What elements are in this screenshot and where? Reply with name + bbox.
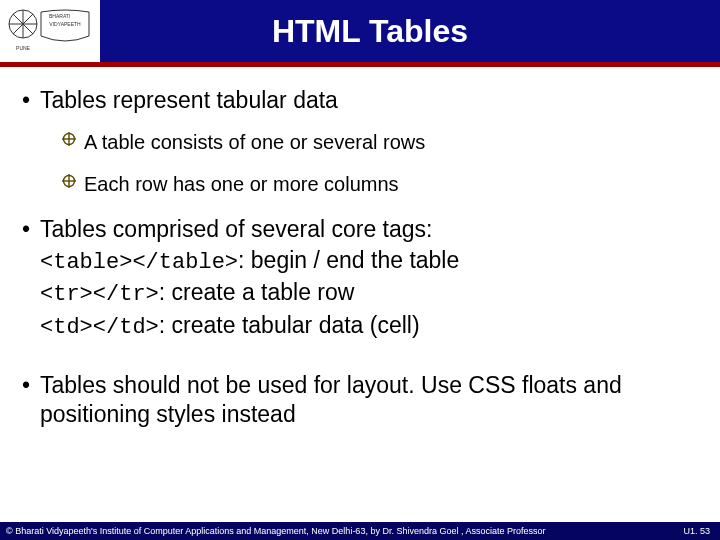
crosshair-bullet-icon: [62, 129, 84, 146]
svg-text:BHARATI: BHARATI: [49, 13, 70, 19]
footer-copyright: © Bharati Vidyapeeth's Institute of Comp…: [6, 526, 683, 536]
code-tag: <td></td>: [40, 315, 159, 340]
svg-text:PUNE: PUNE: [16, 45, 31, 51]
footer-page-number: U1. 53: [683, 526, 714, 536]
bullet-text: Tables comprised of several core tags: <…: [40, 215, 698, 341]
slide-title: HTML Tables: [100, 13, 720, 50]
code-tag: <tr></tr>: [40, 282, 159, 307]
bullet-text: Tables should not be used for layout. Us…: [40, 371, 698, 429]
code-tag: <table></table>: [40, 250, 238, 275]
bullet-text: A table consists of one or several rows: [84, 129, 698, 155]
bullet-dot-icon: •: [22, 86, 40, 115]
bullet-level2: A table consists of one or several rows: [62, 129, 698, 155]
bullet-level1: • Tables should not be used for layout. …: [22, 371, 698, 429]
bullet-text: Each row has one or more columns: [84, 171, 698, 197]
logo-emblem-icon: VIDYAPEETH PUNE BHARATI: [5, 6, 95, 56]
bullet-text: Tables represent tabular data: [40, 86, 698, 115]
title-bar: VIDYAPEETH PUNE BHARATI HTML Tables: [0, 0, 720, 62]
sub-bullet-group: A table consists of one or several rows …: [62, 129, 698, 197]
crosshair-bullet-icon: [62, 171, 84, 188]
title-underline: [0, 62, 720, 67]
bullet-intro: Tables comprised of several core tags:: [40, 216, 432, 242]
bullet-dot-icon: •: [22, 371, 40, 429]
slide-footer: © Bharati Vidyapeeth's Institute of Comp…: [0, 522, 720, 540]
bullet-level1: • Tables represent tabular data: [22, 86, 698, 115]
institution-logo: VIDYAPEETH PUNE BHARATI: [0, 0, 100, 62]
bullet-level2: Each row has one or more columns: [62, 171, 698, 197]
slide-content: • Tables represent tabular data A table …: [0, 62, 720, 429]
bullet-level1: • Tables comprised of several core tags:…: [22, 215, 698, 341]
code-desc: : begin / end the table: [238, 247, 459, 273]
svg-text:VIDYAPEETH: VIDYAPEETH: [49, 21, 81, 27]
bullet-dot-icon: •: [22, 215, 40, 341]
code-desc: : create tabular data (cell): [159, 312, 420, 338]
code-desc: : create a table row: [159, 279, 355, 305]
